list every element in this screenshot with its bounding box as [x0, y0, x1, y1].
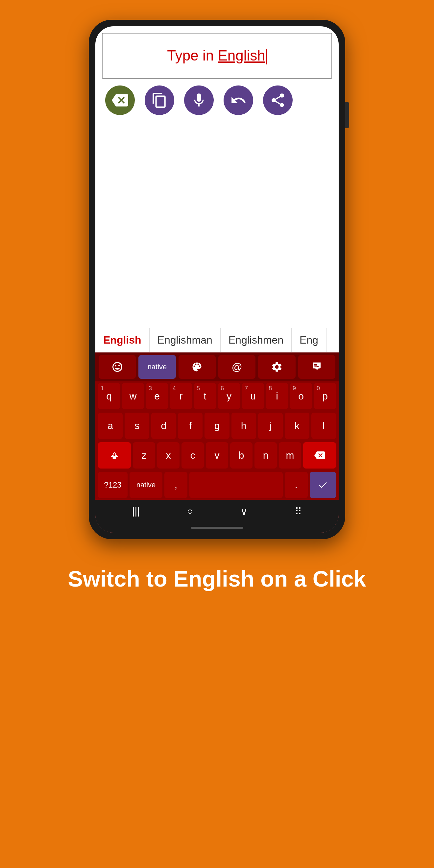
key-e[interactable]: 3e: [146, 383, 168, 409]
phone-frame: Type in English: [89, 20, 345, 539]
copy-icon: [151, 92, 168, 108]
undo-icon: [230, 92, 247, 108]
at-key[interactable]: @: [218, 355, 255, 379]
settings-key[interactable]: [258, 355, 295, 379]
gesture-bar: [95, 523, 339, 533]
theme-key[interactable]: [179, 355, 216, 379]
func-row: native @: [95, 352, 339, 381]
key-g[interactable]: g: [205, 413, 229, 439]
keyboard-hide-icon: [311, 361, 322, 373]
bottom-row: ?123 native , .: [95, 470, 339, 500]
key-h[interactable]: h: [231, 413, 256, 439]
shift-icon: [109, 450, 120, 461]
key-r[interactable]: 4r: [170, 383, 192, 409]
key-l[interactable]: l: [311, 413, 336, 439]
empty-space: [95, 122, 339, 328]
qwerty-row: 1q w 3e 4r 5t 6y 7u 8i 9o 0p: [95, 381, 339, 411]
shift-key[interactable]: [98, 442, 131, 468]
key-i[interactable]: 8i: [266, 383, 288, 409]
key-z[interactable]: z: [133, 442, 155, 468]
toolbar: [95, 79, 339, 122]
key-q[interactable]: 1q: [98, 383, 120, 409]
settings-icon: [271, 361, 283, 373]
key-j[interactable]: j: [258, 413, 283, 439]
key-c[interactable]: c: [182, 442, 204, 468]
phone-inner: Type in English: [95, 26, 339, 533]
keyboard-hide-key[interactable]: [298, 355, 335, 379]
key-n[interactable]: n: [254, 442, 277, 468]
native-func-key[interactable]: native: [138, 355, 176, 379]
suggestions-bar: English Englishman Englishmen Eng: [95, 328, 339, 352]
backspace-key-icon: [314, 450, 325, 461]
key-x[interactable]: x: [157, 442, 180, 468]
nav-back-icon[interactable]: |||: [132, 506, 140, 517]
text-cursor: [266, 49, 267, 64]
space-key[interactable]: [189, 472, 283, 498]
comma-key[interactable]: ,: [164, 472, 187, 498]
text-highlighted: English: [218, 48, 265, 63]
theme-icon: [191, 361, 203, 373]
mic-button[interactable]: [184, 86, 214, 115]
native-func-label: native: [148, 363, 167, 371]
key-o[interactable]: 9o: [290, 383, 312, 409]
delete-button[interactable]: [105, 86, 135, 115]
gesture-bar-line: [191, 527, 243, 529]
suggestion-english[interactable]: English: [95, 328, 150, 352]
suggestion-englishmen[interactable]: Englishmen: [221, 328, 291, 352]
key-m[interactable]: m: [279, 442, 301, 468]
key-p[interactable]: 0p: [314, 383, 336, 409]
share-icon: [270, 92, 286, 108]
key-s[interactable]: s: [125, 413, 149, 439]
backspace-icon: [112, 92, 128, 108]
text-area[interactable]: Type in English: [102, 33, 332, 79]
backspace-key[interactable]: [303, 442, 336, 468]
nav-bar: ||| ○ ∨ ⠿: [95, 500, 339, 523]
num-key[interactable]: ?123: [98, 472, 128, 498]
asdf-row: a s d f g h j k l: [95, 411, 339, 441]
emoji-key[interactable]: [99, 355, 136, 379]
emoji-icon: [112, 361, 123, 373]
nav-home-icon[interactable]: ○: [187, 506, 193, 517]
key-b[interactable]: b: [230, 442, 252, 468]
key-a[interactable]: a: [98, 413, 123, 439]
zxcv-row: z x c v b n m: [95, 441, 339, 470]
key-w[interactable]: w: [122, 383, 144, 409]
share-button[interactable]: [263, 86, 292, 115]
native-key[interactable]: native: [129, 472, 162, 498]
bottom-text: Switch to English on a Click: [42, 565, 393, 592]
suggestion-eng[interactable]: Eng: [291, 328, 327, 352]
keyboard: native @: [95, 352, 339, 533]
key-f[interactable]: f: [178, 413, 203, 439]
microphone-icon: [191, 92, 207, 108]
done-icon: [318, 480, 328, 490]
key-y[interactable]: 6y: [218, 383, 240, 409]
key-k[interactable]: k: [285, 413, 309, 439]
at-label: @: [231, 361, 242, 373]
done-key[interactable]: [310, 472, 336, 498]
key-d[interactable]: d: [151, 413, 176, 439]
text-before: Type in: [167, 48, 218, 63]
undo-button[interactable]: [224, 86, 253, 115]
nav-down-icon[interactable]: ∨: [240, 506, 248, 517]
copy-button[interactable]: [145, 86, 174, 115]
key-v[interactable]: v: [206, 442, 228, 468]
suggestion-englishman[interactable]: Englishman: [150, 328, 221, 352]
period-key[interactable]: .: [285, 472, 308, 498]
key-t[interactable]: 5t: [194, 383, 216, 409]
key-u[interactable]: 7u: [242, 383, 264, 409]
nav-apps-icon[interactable]: ⠿: [294, 506, 302, 517]
text-area-content: Type in English: [167, 48, 267, 64]
